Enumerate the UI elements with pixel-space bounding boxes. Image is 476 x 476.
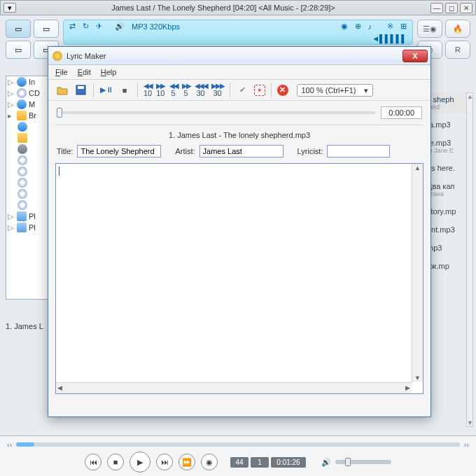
seek-fwd-5[interactable]: ▶▶5 (182, 83, 190, 97)
play-button[interactable]: ▶ (130, 451, 150, 472)
display-num: 1 (251, 457, 269, 468)
display-track: 44 (230, 457, 248, 468)
item-icon (18, 155, 27, 165)
seek-fwd-10[interactable]: ▶▶10 (156, 83, 164, 97)
volume-slider[interactable] (335, 460, 391, 464)
seek-back-5[interactable]: ◀◀5 (169, 83, 178, 97)
folder-icon (17, 111, 27, 120)
playlist-icon (17, 211, 27, 221)
list-item[interactable]: story.mp (426, 204, 468, 218)
display-time: 0:01:26 (271, 457, 306, 468)
stop-button[interactable]: ■ (118, 83, 132, 97)
crossfade-icon: ✈ (96, 22, 102, 31)
close-button[interactable]: ✕ (460, 3, 472, 13)
list-item[interactable]: mp3 (426, 241, 468, 255)
progress-bar[interactable] (16, 442, 459, 447)
main-titlebar: ▾ James Last / The Lonely Shepherd [04:2… (0, 0, 476, 15)
item-icon (18, 189, 27, 199)
music-icon (17, 99, 27, 109)
toolbar: ▶⏸ ■ ◀◀10 ▶▶10 ◀◀5 ▶▶5 ◀◀◀30 ▶▶▶30 ✔ ✶ ✕… (48, 80, 430, 101)
format-label: MP3 320Kbps (132, 22, 180, 31)
forward-icon[interactable]: ›› (464, 440, 469, 449)
menu-help[interactable]: Help (101, 68, 117, 76)
view-button-2[interactable]: ▭ (34, 20, 59, 38)
playlist-icon (17, 223, 27, 232)
lyricist-label: Lyricist: (298, 147, 323, 155)
zoom-dropdown[interactable]: 100 % (Ctrl+F1) (297, 84, 374, 97)
item-icon (18, 200, 27, 210)
repeat-icon: ↻ (83, 22, 89, 31)
title-field[interactable] (77, 145, 161, 158)
item-icon (18, 133, 27, 143)
dialog-title: Lyric Maker (66, 52, 402, 60)
position-time: 0:00:00 (381, 106, 422, 119)
item-icon (18, 122, 27, 132)
now-playing-label: 1. James L (6, 322, 43, 330)
seek-back-30[interactable]: ◀◀◀30 (195, 83, 207, 97)
playpause-button[interactable]: ▶⏸ (99, 83, 113, 97)
prev-button[interactable]: ⏮ (85, 454, 102, 470)
item-icon (18, 144, 27, 154)
maximize-button[interactable]: ◻ (445, 3, 458, 13)
lyric-textarea[interactable] (55, 163, 424, 394)
svg-rect-1 (78, 86, 84, 89)
playlist-fragment: y shephherd ta.mp3 re.mp3ф Jane E as her… (426, 92, 468, 277)
cd-icon (17, 88, 27, 98)
horizontal-scrollbar[interactable] (56, 382, 412, 393)
list-item[interactable]: y shephherd (426, 92, 468, 113)
list-item[interactable]: аж.mp (426, 259, 468, 273)
check-button[interactable]: ✔ (236, 83, 250, 97)
minimize-button[interactable]: — (430, 3, 443, 13)
open-button[interactable] (55, 83, 69, 97)
title-label: Title: (57, 147, 73, 155)
list-item[interactable]: ta.mp3 (426, 118, 468, 132)
menu-edit[interactable]: Edit (78, 68, 91, 76)
burn-button[interactable]: 🔥 (445, 20, 470, 38)
next-button[interactable]: ⏭ (156, 454, 173, 470)
dialog-titlebar[interactable]: Lyric Maker X (48, 47, 430, 65)
main-title: James Last / The Lonely Shepherd [04:20]… (16, 4, 430, 12)
seek-fwd-30[interactable]: ▶▶▶30 (211, 83, 224, 97)
song-label: 1. James Last - The lonely shepherd.mp3 (55, 125, 424, 142)
vertical-scrollbar[interactable] (412, 164, 423, 382)
volume-icon[interactable]: 🔊 (321, 458, 331, 467)
save-button[interactable] (74, 83, 88, 97)
r-button[interactable]: R (445, 41, 470, 59)
pin-icon (52, 51, 62, 61)
eq-button[interactable]: ☰◉ (417, 20, 442, 38)
shuffle-icon: ⇄ (69, 22, 76, 31)
playlist-scrollbar[interactable] (466, 92, 473, 427)
titlebar-dropdown[interactable]: ▾ (4, 3, 16, 13)
lyricist-field[interactable] (327, 145, 390, 158)
skip-button[interactable]: ⏩ (178, 454, 195, 470)
list-item[interactable]: Два капитана (426, 179, 468, 200)
view-button-3[interactable]: ▭ (6, 41, 31, 59)
cancel-button[interactable]: ✕ (277, 85, 288, 96)
music-icon (17, 77, 27, 87)
seek-back-10[interactable]: ◀◀10 (144, 83, 152, 97)
view-button-1[interactable]: ▭ (6, 20, 31, 38)
record-button[interactable]: ◉ (201, 454, 218, 470)
menubar: File Edit Help (48, 65, 430, 80)
stop-button[interactable]: ■ (107, 454, 124, 470)
rewind-icon[interactable]: ‹‹ (7, 440, 12, 449)
player-bar: ‹‹ ›› ⏮ ■ ▶ ⏭ ⏩ ◉ 44 1 0:01:26 🔊 (0, 435, 476, 476)
item-icon (18, 178, 27, 188)
artist-field[interactable] (200, 145, 284, 158)
list-item[interactable]: re.mp3ф Jane E (426, 136, 468, 157)
list-item[interactable]: ent.mp3 (426, 223, 468, 237)
dialog-close-button[interactable]: X (402, 50, 428, 62)
menu-file[interactable]: File (55, 68, 68, 76)
select-button[interactable]: ✶ (254, 85, 265, 96)
artist-label: Artist: (175, 147, 195, 155)
lyric-maker-dialog: Lyric Maker X File Edit Help ▶⏸ ■ ◀◀10 ▶… (48, 46, 431, 417)
position-slider[interactable] (57, 111, 375, 114)
item-icon (18, 167, 27, 176)
list-item[interactable]: as here. (426, 161, 468, 175)
info-panel: ⇄ ↻ ✈ 🔊 MP3 320Kbps ◉⊕♪ ※⊞ ◄▌▌▌▌▌ (63, 20, 413, 45)
